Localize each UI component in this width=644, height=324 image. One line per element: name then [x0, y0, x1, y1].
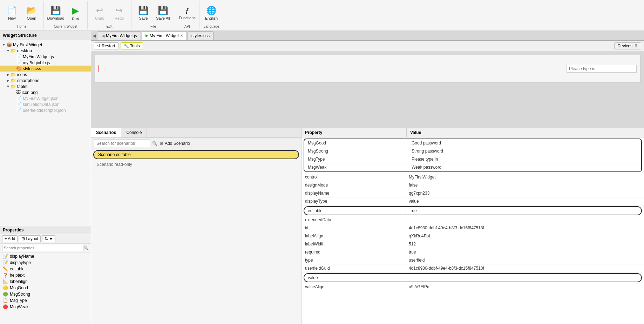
prop-row-labelwidth[interactable]: labelWidth 512: [301, 240, 644, 248]
tree-toggle: [11, 96, 16, 100]
prop-icon: ❓: [3, 273, 8, 278]
toolbar-group-language: 🌐 English Language: [199, 1, 223, 29]
download-icon: 💾: [50, 6, 61, 15]
tab-back-arrow[interactable]: ◀: [93, 33, 96, 38]
tree-item-styles-css[interactable]: 🎨 styles.css: [0, 66, 91, 72]
toolbar-buttons-edit: ↩ Undo ↪ Redo: [90, 1, 128, 25]
preview-input[interactable]: [567, 65, 637, 73]
prop-row-control[interactable]: control MyFirstWidget: [301, 173, 644, 181]
toolbar: 📄 New 📂 Open Home 💾 Download ▶ Run Curre…: [0, 0, 644, 31]
tree-item-myfirstwidget-json[interactable]: 📄 MyFirstWidget.json: [0, 95, 91, 101]
download-button[interactable]: 💾 Download: [47, 2, 65, 23]
prop-item-displayname[interactable]: 📝 displayName: [0, 253, 91, 259]
tab-arrow-icon: ◀: [102, 34, 104, 38]
toolbar-buttons-file: 💾 Save 💾 Save All: [134, 1, 172, 25]
tree-item-icons[interactable]: ▶ 📁 icons: [0, 72, 91, 77]
tree-toggle[interactable]: ▼: [6, 49, 11, 53]
prop-item-labelalign[interactable]: 📐 labelalign: [0, 278, 91, 285]
prop-item-editable[interactable]: ✏️ editable: [0, 266, 91, 272]
devices-button[interactable]: Devices 🖥: [614, 42, 641, 49]
tab-bar: ◀ ◀ MyFirstWidget.js ▶ My First Widget ✕…: [91, 31, 644, 41]
tree-item-smartphone[interactable]: ▶ 📁 smartphone: [0, 77, 91, 83]
preview-area: [91, 51, 644, 128]
tree-label: MyFirstWidget.json: [23, 96, 59, 101]
prop-item-msgstrong[interactable]: 🟢 MsgStrong: [0, 291, 91, 297]
scenario-item-readonly[interactable]: Scenario read-only: [91, 160, 301, 169]
file-icon: 📄: [16, 60, 22, 65]
file-icon: 📄: [16, 96, 22, 101]
prop-item-helptext[interactable]: ❓ helptext: [0, 272, 91, 278]
prop-row-value[interactable]: value: [304, 273, 642, 282]
prop-row-msggood[interactable]: MsgGood Good password: [304, 139, 641, 147]
prop-row-displayname[interactable]: displayName qg7xpn233: [301, 189, 644, 197]
english-button[interactable]: 🌐 English: [202, 2, 221, 23]
tree-toggle: [11, 55, 16, 59]
prop-row-userfieldguid[interactable]: userfieldGuid 4d1c8930-ddbf-49e4-b8f3-dc…: [301, 264, 644, 272]
tree-item-icon-png[interactable]: 🖼 icon.png: [0, 89, 91, 95]
prop-item-displaytype[interactable]: 📝 displaytype: [0, 259, 91, 266]
prop-row-designmode[interactable]: designMode false: [301, 181, 644, 189]
prop-item-msgweak[interactable]: 🔴 MsgWeak: [0, 304, 91, 310]
property-search-input[interactable]: [2, 245, 83, 251]
properties-search: 🔍: [0, 244, 91, 252]
restart-button[interactable]: ↺ Restart: [94, 42, 118, 49]
tab-scenarios[interactable]: Scenarios: [91, 128, 121, 137]
scenarios-search-input[interactable]: [94, 140, 150, 147]
folder-icon: 📁: [11, 84, 16, 89]
prop-icon: ✏️: [3, 266, 8, 271]
save-button[interactable]: 💾 Save: [134, 2, 152, 23]
tree-toggle[interactable]: ▼: [6, 85, 11, 88]
prop-row-required[interactable]: required true: [301, 248, 644, 256]
prop-row-extendeddata[interactable]: extendedData: [301, 216, 644, 224]
save-all-button[interactable]: 💾 Save All: [154, 2, 172, 23]
tree-item-my-first-widget[interactable]: ▼ 📦 My First Widget: [0, 42, 91, 48]
add-scenario-button[interactable]: ⊕ Add Scenario: [160, 141, 190, 146]
tab-label: styles.css: [191, 33, 210, 38]
prop-row-type[interactable]: type userfield: [301, 256, 644, 264]
prop-item-msggood[interactable]: 🟡 MsgGood: [0, 285, 91, 291]
tree-toggle[interactable]: ▶: [6, 79, 11, 82]
tree-label: myPluginLib.js: [23, 60, 50, 65]
restart-icon: ↺: [97, 43, 101, 48]
prop-row-displaytype[interactable]: displayType value: [301, 197, 644, 205]
undo-button[interactable]: ↩ Undo: [90, 2, 109, 23]
prop-row-msgstrong[interactable]: MsgStrong Strong password: [304, 147, 641, 155]
sort-button[interactable]: ⇅ ▼: [42, 235, 55, 242]
tab-myfirstwidget-js[interactable]: ◀ MyFirstWidget.js: [98, 31, 141, 40]
add-property-button[interactable]: + Add: [2, 235, 18, 242]
save-icon: 💾: [138, 6, 149, 15]
run-button[interactable]: ▶ Run: [66, 2, 84, 23]
scenario-item-editable[interactable]: Scenario editable: [93, 150, 299, 159]
tree-item-simulationdata-json[interactable]: 📄 simulationData.json: [0, 101, 91, 107]
tab-my-first-widget[interactable]: ▶ My First Widget ✕: [142, 31, 187, 40]
tree-item-userfielddescriptor-json[interactable]: 📄 userfielddescriptor.json: [0, 107, 91, 113]
css-icon: 🎨: [16, 66, 22, 71]
property-table-header: Property Value: [301, 128, 644, 137]
tree-item-mypluginlib-js[interactable]: 📄 myPluginLib.js: [0, 60, 91, 66]
layout-button[interactable]: ⊞ Layout: [19, 235, 41, 242]
tab-console[interactable]: Console: [121, 128, 147, 137]
tab-close-button[interactable]: ✕: [180, 34, 183, 38]
prop-row-editable[interactable]: editable true: [304, 206, 642, 215]
tree-item-myfirstwidget-js[interactable]: 📄 MyFirstWidget.js: [0, 54, 91, 60]
prop-item-msgtype[interactable]: 📋 MsgType: [0, 297, 91, 304]
tree-toggle[interactable]: ▶: [6, 73, 11, 76]
new-button[interactable]: 📄 New: [3, 2, 21, 23]
prop-row-valuealign[interactable]: valueAlign o9lAGElPc: [301, 283, 644, 291]
prop-row-msgweak[interactable]: MsgWeak Weak password: [304, 163, 641, 171]
functions-button[interactable]: ƒ Functions: [178, 2, 196, 23]
open-button[interactable]: 📂 Open: [22, 2, 41, 23]
value-input[interactable]: [409, 275, 638, 280]
main-layout: Widget Structure ▼ 📦 My First Widget ▼ 📁…: [0, 31, 644, 324]
tree-label: tablet: [17, 84, 27, 89]
tree-toggle[interactable]: ▼: [1, 43, 6, 47]
prop-row-msgtype[interactable]: MsgType Please type in: [304, 155, 641, 163]
tools-button[interactable]: 🔧 Tools: [121, 42, 143, 49]
tree-item-tablet[interactable]: ▼ 📁 tablet: [0, 83, 91, 89]
tree-item-desktop[interactable]: ▼ 📁 desktop: [0, 48, 91, 54]
tab-styles-css[interactable]: styles.css: [188, 31, 213, 40]
redo-button[interactable]: ↪ Redo: [110, 2, 128, 23]
prop-row-id[interactable]: id 4d1c8930-ddbf-49e4-b8f3-dc15f847518f: [301, 224, 644, 232]
sidebar: Widget Structure ▼ 📦 My First Widget ▼ 📁…: [0, 31, 91, 324]
prop-row-labelalign[interactable]: labelAlign qXkRo4RsL: [301, 232, 644, 240]
